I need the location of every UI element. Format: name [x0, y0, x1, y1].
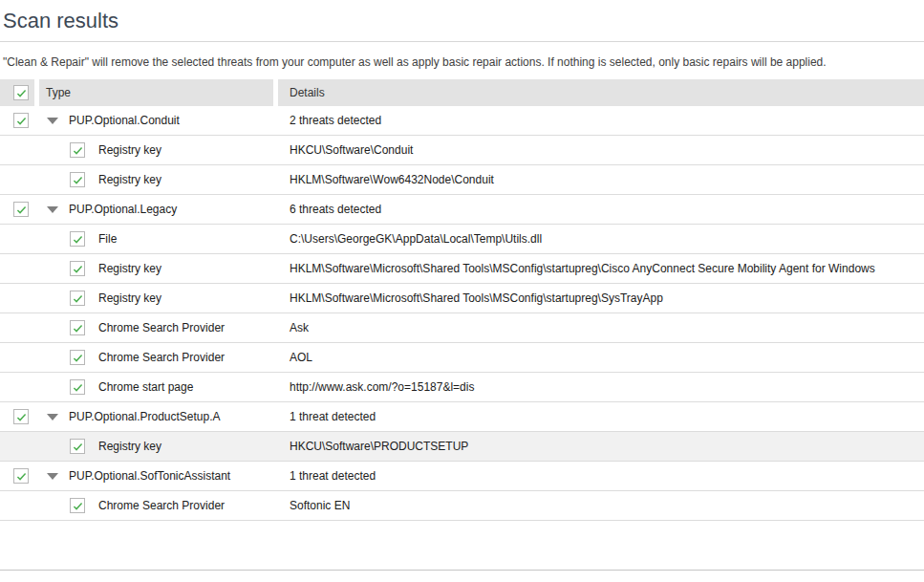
row-checkbox[interactable]	[70, 231, 85, 247]
select-all-checkbox[interactable]	[13, 85, 29, 100]
type-cell: Chrome start page	[0, 379, 278, 395]
row-checkbox[interactable]	[13, 468, 29, 484]
type-cell: PUP.Optional.Legacy	[0, 202, 278, 217]
scan-results-rows: PUP.Optional.Conduit2 threats detectedRe…	[0, 106, 924, 521]
threat-group-row[interactable]: PUP.Optional.SofTonicAssistant1 threat d…	[0, 462, 924, 491]
type-cell: Chrome Search Provider	[0, 320, 278, 335]
title-divider	[0, 41, 924, 42]
threat-item-row[interactable]: Registry keyHKLM\Software\Microsoft\Shar…	[0, 284, 924, 313]
check-icon	[72, 322, 84, 334]
row-type-label: Chrome Search Provider	[98, 499, 225, 512]
row-type-label: Registry key	[98, 173, 161, 186]
column-header-details-label: Details	[290, 86, 325, 99]
row-type-label: PUP.Optional.SofTonicAssistant	[69, 469, 230, 483]
expand-triangle-icon[interactable]	[47, 414, 58, 420]
row-checkbox[interactable]	[70, 261, 85, 276]
column-header-type-label: Type	[46, 86, 71, 99]
row-details: HKLM\Software\Wow6432Node\Conduit	[278, 173, 924, 186]
row-checkbox[interactable]	[13, 113, 29, 128]
row-details: HKLM\Software\Microsoft\Shared Tools\MSC…	[278, 291, 924, 305]
check-icon	[72, 263, 84, 275]
row-type-label: File	[98, 232, 117, 246]
row-details: HKCU\Software\PRODUCTSETUP	[278, 440, 924, 453]
threat-item-row[interactable]: Registry keyHKCU\Software\PRODUCTSETUP	[0, 432, 924, 462]
column-header-details[interactable]: Details	[278, 79, 924, 106]
row-details: 1 threat detected	[278, 469, 924, 483]
select-all-cell	[0, 79, 34, 106]
row-checkbox[interactable]	[70, 142, 85, 158]
page-title: Scan results	[3, 9, 924, 33]
scan-description: "Clean & Repair" will remove the selecte…	[3, 55, 924, 69]
row-checkbox[interactable]	[70, 498, 85, 513]
check-icon	[72, 441, 84, 453]
row-checkbox[interactable]	[70, 439, 85, 454]
threat-group-row[interactable]: PUP.Optional.Conduit2 threats detected	[0, 106, 924, 136]
row-type-label: Registry key	[98, 143, 161, 157]
check-icon	[15, 87, 28, 99]
row-type-label: PUP.Optional.ProductSetup.A	[69, 410, 221, 423]
row-checkbox[interactable]	[70, 320, 85, 335]
type-cell: Registry key	[0, 439, 278, 454]
type-cell: Registry key	[0, 172, 278, 187]
row-type-label: Registry key	[98, 262, 161, 275]
expand-triangle-icon[interactable]	[47, 118, 58, 124]
row-checkbox[interactable]	[70, 350, 85, 365]
threat-group-row[interactable]: PUP.Optional.Legacy6 threats detected	[0, 195, 924, 225]
row-details: C:\Users\GeorgeGK\AppData\Local\Temp\Uti…	[278, 232, 924, 246]
type-cell: Registry key	[0, 291, 278, 306]
scan-results-table: Type Details PUP.Optional.Conduit2 threa…	[0, 79, 924, 571]
row-checkbox[interactable]	[13, 202, 29, 217]
row-details: 6 threats detected	[278, 203, 924, 216]
threat-item-row[interactable]: Chrome start pagehttp://www.ask.com/?o=1…	[0, 373, 924, 402]
type-cell: Registry key	[0, 261, 278, 276]
column-header-type[interactable]: Type	[39, 79, 273, 106]
page-header: Scan results	[0, 0, 924, 33]
row-type-label: Chrome start page	[98, 380, 193, 394]
row-checkbox[interactable]	[70, 172, 85, 187]
row-details: 1 threat detected	[278, 410, 924, 423]
threat-item-row[interactable]: Chrome Search ProviderSoftonic EN	[0, 491, 924, 521]
type-cell: Registry key	[0, 142, 278, 158]
type-cell: PUP.Optional.Conduit	[0, 113, 278, 128]
threat-item-row[interactable]: Chrome Search ProviderAOL	[0, 343, 924, 373]
row-details: http://www.ask.com/?o=15187&l=dis	[278, 380, 924, 394]
check-icon	[72, 174, 84, 186]
expand-triangle-icon[interactable]	[47, 206, 58, 213]
check-icon	[72, 233, 84, 246]
row-type-label: Chrome Search Provider	[98, 351, 225, 364]
check-icon	[72, 144, 84, 157]
check-icon	[15, 411, 28, 423]
row-checkbox[interactable]	[70, 291, 85, 306]
type-cell: Chrome Search Provider	[0, 350, 278, 365]
threat-item-row[interactable]: Chrome Search ProviderAsk	[0, 313, 924, 343]
type-cell: File	[0, 231, 278, 247]
row-details: HKLM\Software\Microsoft\Shared Tools\MSC…	[278, 262, 924, 275]
threat-item-row[interactable]: Registry keyHKLM\Software\Microsoft\Shar…	[0, 254, 924, 284]
row-checkbox[interactable]	[70, 379, 85, 395]
row-type-label: Registry key	[98, 291, 161, 305]
row-details: Ask	[278, 321, 924, 334]
scan-results-page: Scan results "Clean & Repair" will remov…	[0, 0, 924, 582]
row-details: AOL	[278, 351, 924, 364]
row-details: Softonic EN	[278, 499, 924, 512]
row-details: 2 threats detected	[278, 114, 924, 127]
table-filler	[0, 521, 924, 571]
row-type-label: PUP.Optional.Legacy	[69, 203, 177, 216]
expand-triangle-icon[interactable]	[47, 473, 58, 480]
check-icon	[72, 381, 84, 394]
row-type-label: Registry key	[98, 440, 161, 453]
threat-group-row[interactable]: PUP.Optional.ProductSetup.A1 threat dete…	[0, 402, 924, 432]
check-icon	[15, 470, 28, 483]
type-cell: PUP.Optional.SofTonicAssistant	[0, 468, 278, 484]
check-icon	[72, 500, 84, 512]
row-type-label: Chrome Search Provider	[98, 321, 225, 334]
threat-item-row[interactable]: Registry keyHKLM\Software\Wow6432Node\Co…	[0, 165, 924, 195]
row-type-label: PUP.Optional.Conduit	[69, 114, 180, 127]
table-header: Type Details	[0, 79, 924, 106]
check-icon	[15, 204, 28, 216]
threat-item-row[interactable]: FileC:\Users\GeorgeGK\AppData\Local\Temp…	[0, 225, 924, 254]
row-checkbox[interactable]	[13, 409, 29, 424]
type-cell: Chrome Search Provider	[0, 498, 278, 513]
check-icon	[72, 352, 84, 364]
threat-item-row[interactable]: Registry keyHKCU\Software\Conduit	[0, 136, 924, 165]
